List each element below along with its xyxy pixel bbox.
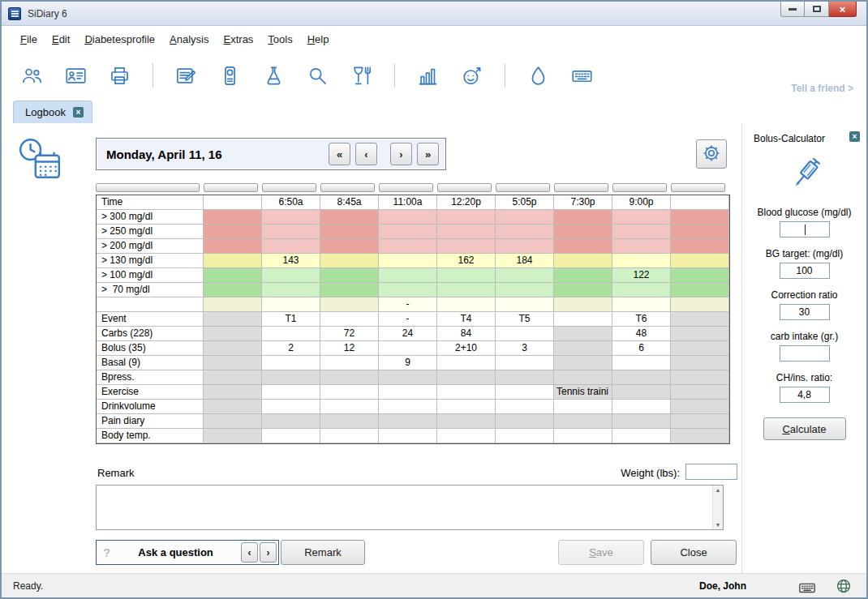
tab-logbook[interactable]: Logbook × (13, 101, 92, 123)
grid-cell[interactable] (671, 268, 729, 283)
close-window-button[interactable]: × (829, 2, 857, 17)
grid-cell[interactable] (437, 370, 496, 385)
grid-cell[interactable] (379, 225, 437, 239)
title-bar[interactable]: SiDiary 6 × (2, 2, 866, 26)
weight-input[interactable] (685, 464, 737, 480)
menu-edit[interactable]: Edit (45, 29, 77, 49)
globe-icon[interactable] (836, 578, 852, 597)
grid-cell[interactable] (496, 414, 554, 429)
column-header-button[interactable] (262, 183, 316, 192)
grid-cell[interactable]: T6 (612, 312, 671, 327)
grid-cell[interactable] (204, 210, 262, 225)
grid-cell[interactable]: 162 (437, 254, 496, 268)
grid-cell[interactable] (379, 385, 437, 400)
grid-cell[interactable] (204, 268, 262, 283)
grid-cell[interactable] (320, 356, 379, 370)
grid-cell[interactable] (612, 283, 671, 297)
grid-cell[interactable] (554, 356, 612, 370)
previous-day-button[interactable]: ‹ (355, 143, 377, 165)
grid-cell[interactable] (496, 225, 554, 239)
grid-cell[interactable] (262, 327, 320, 341)
grid-cell[interactable] (496, 400, 554, 414)
grid-cell[interactable] (437, 385, 496, 400)
grid-cell[interactable] (671, 385, 729, 400)
blood-glucose-input[interactable] (780, 221, 830, 237)
column-header-button[interactable] (320, 183, 375, 192)
smiley-icon[interactable] (461, 65, 483, 87)
grid-cell[interactable]: 6:50a (262, 195, 320, 210)
grid-cell[interactable] (204, 429, 262, 443)
grid-cell[interactable] (320, 312, 379, 327)
grid-cell[interactable] (554, 370, 612, 385)
grid-cell[interactable] (554, 414, 612, 429)
grid-cell[interactable] (437, 283, 496, 297)
grid-cell[interactable] (204, 385, 262, 400)
next-day-button[interactable]: › (390, 143, 412, 165)
grid-cell[interactable]: 84 (437, 327, 496, 341)
grid-cell[interactable] (496, 356, 554, 370)
grid-cell[interactable] (496, 210, 554, 225)
grid-cell[interactable]: Tennis traini (554, 385, 612, 400)
grid-cell[interactable] (612, 356, 671, 370)
ch-ins-ratio-input[interactable]: 4,8 (780, 387, 830, 403)
grid-cell[interactable] (262, 414, 320, 429)
search-icon[interactable] (307, 65, 329, 87)
grid-cell[interactable] (554, 254, 612, 268)
column-header-button[interactable] (437, 183, 492, 192)
menu-diabetesprofile[interactable]: Diabetesprofile (77, 29, 162, 49)
users-icon[interactable] (21, 65, 43, 87)
ask-prev-button[interactable]: ‹ (241, 542, 258, 563)
grid-cell[interactable] (554, 400, 612, 414)
grid-cell[interactable] (554, 327, 612, 341)
grid-cell[interactable] (204, 195, 262, 210)
menu-extras[interactable]: Extras (217, 29, 261, 49)
grid-cell[interactable] (262, 429, 320, 443)
grid-cell[interactable] (671, 356, 729, 370)
grid-cell[interactable] (204, 341, 262, 356)
grid-cell[interactable] (204, 225, 262, 239)
grid-cell[interactable]: 72 (320, 327, 379, 341)
grid-cell[interactable] (320, 429, 379, 443)
grid-cell[interactable] (671, 312, 729, 327)
column-header-button[interactable] (204, 183, 258, 192)
grid-cell[interactable] (262, 239, 320, 254)
grid-cell[interactable] (320, 370, 379, 385)
grid-cell[interactable]: 2+10 (437, 341, 496, 356)
grid-cell[interactable] (204, 356, 262, 370)
grid-cell[interactable] (496, 283, 554, 297)
scroll-up-icon[interactable]: ▲ (715, 487, 721, 493)
logbook-settings-button[interactable] (696, 139, 727, 169)
grid-cell[interactable] (204, 254, 262, 268)
save-button[interactable]: Save (558, 540, 644, 565)
grid-cell[interactable] (320, 268, 379, 283)
grid-cell[interactable] (379, 283, 437, 297)
grid-cell[interactable]: - (379, 312, 437, 327)
column-header-button[interactable] (554, 183, 608, 192)
tell-a-friend-link[interactable]: Tell a friend > (791, 83, 853, 94)
profile-icon[interactable] (175, 65, 197, 87)
last-day-button[interactable]: » (417, 143, 439, 165)
column-header-button[interactable] (612, 183, 667, 192)
grid-cell[interactable] (671, 414, 729, 429)
grid-cell[interactable] (554, 297, 612, 312)
grid-cell[interactable] (320, 400, 379, 414)
grid-cell[interactable] (262, 400, 320, 414)
grid-cell[interactable] (262, 210, 320, 225)
minimize-button[interactable] (780, 2, 805, 17)
grid-cell[interactable]: 184 (496, 254, 554, 268)
grid-cell[interactable] (554, 210, 612, 225)
grid-cell[interactable] (671, 327, 729, 341)
panel-close-icon[interactable]: × (849, 131, 860, 142)
calculate-button[interactable]: Calculate (763, 417, 846, 440)
flask-icon[interactable] (263, 65, 285, 87)
grid-cell[interactable] (379, 341, 437, 356)
grid-cell[interactable] (320, 385, 379, 400)
ask-question-button[interactable]: ? Ask a question ‹ › (96, 540, 279, 565)
grid-cell[interactable] (671, 429, 729, 443)
grid-cell[interactable] (554, 283, 612, 297)
menu-tools[interactable]: Tools (260, 29, 299, 49)
grid-cell[interactable] (671, 239, 729, 254)
grid-cell[interactable] (437, 268, 496, 283)
column-header-button[interactable] (96, 183, 200, 192)
grid-cell[interactable] (437, 239, 496, 254)
